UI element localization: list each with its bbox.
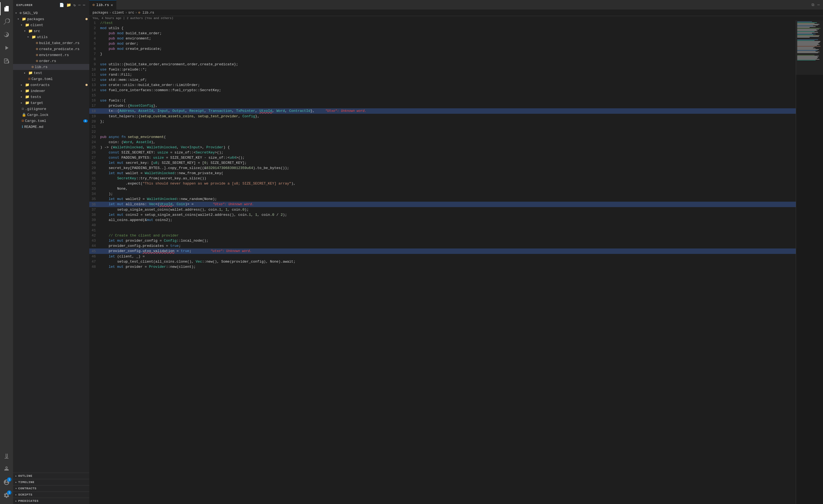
line-num-28: 28 [89,160,100,165]
contracts-section-header[interactable]: ▾ CONTRACTS [13,486,89,492]
line-content-38: let mut coins2 = setup_single_asset_coin… [100,212,796,217]
settings-activity-icon[interactable]: 1 [0,489,13,502]
line-num-27: 27 [89,155,100,160]
client-arrow: ▾ [21,23,25,27]
tree-build-take-order[interactable]: ▸ ⚙ build_take_order.rs [13,40,89,46]
line-num-47: 47 [89,259,100,264]
explorer-icon[interactable] [0,2,13,15]
line-content-32: .expect("This should never happen as we … [100,181,796,186]
source-control-activity-icon[interactable] [0,28,13,41]
tree-create-predicate[interactable]: ▸ ⚙ create_predicate.rs [13,46,89,52]
line-content-14: use fuel_core_interfaces::common::fuel_c… [100,88,796,93]
tree-test[interactable]: ▸ 📁 test [13,70,89,76]
gitignore-label: .gitignore [25,107,89,111]
breadcrumb-src[interactable]: src [128,11,134,15]
rust-file-icon5: ⚙ [32,65,34,69]
line-num-25: 25 [89,145,100,150]
contracts-arrow: ▸ [21,83,25,87]
timeline-header[interactable]: ▸ TIMELINE [13,479,89,485]
line-content-4: pub mod environment; [100,36,796,41]
tabs-more-icon[interactable]: ⋯ [816,1,821,8]
line-content-17: prelude::{AssetConfig}, [100,103,796,108]
breadcrumb-file[interactable]: lib.rs [142,11,154,15]
new-folder-icon[interactable]: 📁 [66,2,72,8]
client-label: client [30,23,89,27]
code-line-29: 29 secret_key[PADDING_BYTES..].copy_from… [89,165,796,171]
collapse-icon[interactable]: — [77,2,81,8]
line-num-18: 18 [89,108,100,114]
tree-packages[interactable]: ▾ 📁 packages [13,16,89,22]
line-num-2: 2 [89,26,100,31]
tabs-bar: ⚙ lib.rs ✕ ⧉ ⋯ [89,0,823,10]
account-activity-icon[interactable]: 1 [0,476,13,489]
test-activity-icon[interactable] [0,450,13,463]
line-content-27: const PADDING_BYTES: usize = SIZE_SECRET… [100,155,796,160]
packages-badge [86,18,88,20]
extensions-activity-icon[interactable] [0,54,13,67]
code-line-26: 26 const SIZE_SECRET_KEY: usize = size_o… [89,150,796,155]
tree-tests[interactable]: ▸ 📁 tests [13,94,89,100]
code-line-39: 39 all_coins.append(&mut coins2); [89,217,796,223]
anchor-activity-icon[interactable] [0,463,13,476]
tree-target[interactable]: ▸ 📁 target [13,100,89,106]
line-content-20: }; [100,119,796,124]
tests-folder-icon: 📁 [25,95,29,99]
timeline-arrow: ▸ [15,481,17,484]
code-view: 1 //test 2 mod utils { 3 pub mod build_t… [89,20,796,270]
tree-cargo-toml-root[interactable]: ▸ ⊡ Cargo.toml 1 [13,118,89,124]
contracts-section-label: CONTRACTS [18,487,36,490]
code-line-43: 43 let mut provider_config = Config::loc… [89,238,796,243]
split-editor-icon[interactable]: ⧉ [811,2,815,8]
outline-header[interactable]: ▸ OUTLINE [13,473,89,479]
line-content-44: provider_config.predicates = true; [100,243,796,248]
line-content-48: let mut provider = Provider::new(client)… [100,264,796,270]
git-blame-text: You, 4 hours ago | 2 authors (You and ot… [93,17,173,20]
tree-readme[interactable]: ▸ ℹ README.md [13,124,89,130]
code-editor[interactable]: 1 //test 2 mod utils { 3 pub mod build_t… [89,20,796,504]
line-num-7: 7 [89,51,100,56]
line-num-36: 36 [89,202,100,207]
scripts-header[interactable]: ▸ SCRIPTS [13,492,89,498]
packages-arrow: ▾ [17,17,22,21]
tree-cargo-lock[interactable]: ▸ 🔒 Cargo.lock [13,112,89,118]
search-activity-icon[interactable] [0,15,13,28]
breadcrumb-client[interactable]: client [113,11,124,15]
lib-rs-label: lib.rs [35,65,89,69]
refresh-icon[interactable]: ↻ [73,2,76,8]
tree-indexer[interactable]: ▸ 📁 indexer [13,88,89,94]
more-icon[interactable]: ⋯ [83,2,86,8]
new-file-icon[interactable]: 📄 [59,2,65,8]
file-tree: ▾ ⊙ SAIL_V0 ▾ 📁 packages ▾ 📁 client ▾ 📁 … [13,10,89,473]
code-line-24: 24 coin: (Word, AssetId), [89,140,796,145]
line-content-28: let mut secret_key: [u8; SIZE_SECRET_KEY… [100,160,796,165]
tree-environment[interactable]: ▸ ⚙ environment.rs [13,52,89,58]
cargo-toml-root-label: Cargo.toml [25,119,83,123]
src-label: src [34,29,89,33]
line-num-4: 4 [89,36,100,41]
root-label: SAIL_V0 [23,11,89,15]
code-line-48: 48 let mut provider = Provider::new(clie… [89,264,796,270]
code-line-1: 1 //test [89,20,796,26]
src-folder-icon: 📁 [28,29,33,33]
predicates-header[interactable]: ▸ PREDICATES [13,498,89,504]
sidebar-title: EXPLORER [16,4,33,7]
code-line-20: 20 }; [89,119,796,124]
tree-client[interactable]: ▾ 📁 client [13,22,89,28]
breadcrumb-packages[interactable]: packages [93,11,108,15]
tree-gitignore[interactable]: ▸ ⊡ .gitignore [13,106,89,112]
tree-src[interactable]: ▾ 📁 src [13,28,89,34]
line-content-8 [100,56,796,62]
line-content-7: } [100,51,796,56]
tree-contracts[interactable]: ▸ 📁 contracts [13,82,89,88]
tab-lib-rs[interactable]: ⚙ lib.rs ✕ [89,0,117,10]
tree-utils[interactable]: ▾ 📁 utils [13,34,89,40]
tab-close-icon[interactable]: ✕ [111,3,113,7]
tree-order[interactable]: ▸ ⚙ order.rs [13,58,89,64]
run-activity-icon[interactable] [0,41,13,54]
tree-cargo-toml-client[interactable]: ▸ ⊡ Cargo.toml [13,76,89,82]
tree-lib-rs[interactable]: ▸ ⚙ lib.rs [13,64,89,70]
tree-root[interactable]: ▾ ⊙ SAIL_V0 [13,10,89,16]
environment-label: environment.rs [39,53,89,57]
line-content-30: let mut wallet = WalletUnlocked::new_fro… [100,171,796,176]
main-editor-area: ⚙ lib.rs ✕ ⧉ ⋯ packages › client › src ›… [89,0,823,504]
